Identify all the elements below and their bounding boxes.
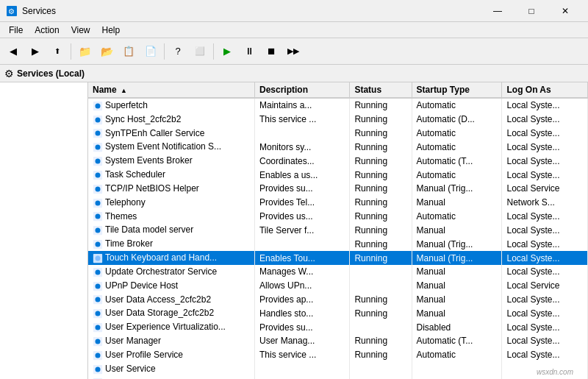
close-button[interactable]: ✕	[548, 0, 582, 22]
cell-name: TCP/IP NetBIOS Helper	[88, 182, 254, 196]
svg-point-39	[96, 353, 101, 358]
col-header-desc[interactable]: Description	[254, 82, 349, 98]
table-row[interactable]: Update Orchestrator ServiceManages W...M…	[88, 265, 588, 279]
services-scroll[interactable]: Name ▲ Description Status Startup Type L…	[88, 82, 588, 379]
menu-file[interactable]: File	[3, 24, 29, 37]
cell-logon: Local Syste...	[502, 127, 588, 141]
cell-desc	[254, 237, 349, 251]
col-header-logon[interactable]: Log On As	[502, 82, 588, 98]
cell-name: Task Scheduler	[88, 168, 254, 182]
window-title: Services	[22, 6, 481, 16]
toolbar-folder[interactable]: 📁	[74, 41, 95, 62]
table-row[interactable]: System Event Notification S...Monitors s…	[88, 140, 588, 154]
cell-startup: Manual	[412, 376, 502, 379]
table-row[interactable]: SynTPEnh Caller ServiceRunningAutomaticL…	[88, 127, 588, 141]
toolbar-up[interactable]: ⬆	[47, 41, 68, 62]
col-header-startup[interactable]: Startup Type	[412, 82, 502, 98]
cell-desc: Provides su...	[254, 320, 349, 334]
cell-status	[350, 279, 412, 293]
maximize-button[interactable]: □	[514, 0, 548, 22]
cell-status: Running	[350, 127, 412, 141]
toolbar-forward[interactable]: ▶	[25, 41, 46, 62]
toolbar-copy[interactable]: 📋	[118, 41, 139, 62]
table-row[interactable]: Tile Data model serverTile Server f...Ru…	[88, 223, 588, 237]
table-row[interactable]: Touch Keyboard and Hand...Enables Tou...…	[88, 251, 588, 265]
svg-point-37	[96, 339, 101, 344]
cell-status	[350, 265, 412, 279]
cell-name: SynTPEnh Caller Service	[88, 127, 254, 141]
cell-name: User Data Access_2cfc2b2	[88, 293, 254, 307]
table-row[interactable]: ThemesProvides us...RunningAutomaticLoca…	[88, 210, 588, 224]
cell-name: User Experience Virtualizatio...	[88, 320, 254, 334]
minimize-button[interactable]: —	[481, 0, 514, 22]
table-row[interactable]: System Events BrokerCoordinates...Runnin…	[88, 154, 588, 168]
cell-desc: This service ...	[254, 348, 349, 362]
cell-status: Running	[350, 154, 412, 168]
toolbar-back[interactable]: ◀	[3, 41, 24, 62]
cell-logon: Local Syste...	[502, 140, 588, 154]
cell-status: Running	[350, 182, 412, 196]
svg-point-25	[96, 255, 101, 261]
cell-logon: Local Syste...	[502, 154, 588, 168]
cell-startup: Automatic	[412, 168, 502, 182]
toolbar-paste[interactable]: 📄	[140, 41, 161, 62]
cell-name: System Event Notification S...	[88, 140, 254, 154]
table-row[interactable]: TCP/IP NetBIOS HelperProvides su...Runni…	[88, 182, 588, 196]
table-row[interactable]: Task SchedulerEnables a us...RunningAuto…	[88, 168, 588, 182]
cell-startup: Disabled	[412, 320, 502, 334]
table-row[interactable]: User Profile ServiceThis service ...Runn…	[88, 348, 588, 362]
cell-name: Update Orchestrator Service	[88, 265, 254, 279]
cell-logon: Local Syste...	[502, 293, 588, 307]
toolbar-pause[interactable]: ⏸	[239, 41, 259, 62]
svg-point-29	[96, 283, 101, 288]
toolbar-play[interactable]: ▶	[217, 41, 237, 62]
cell-startup: Automatic	[412, 140, 502, 154]
cell-status: Running	[350, 168, 412, 182]
col-header-name[interactable]: Name ▲	[88, 82, 254, 98]
toolbar-export[interactable]: ⬜	[190, 41, 210, 62]
table-row[interactable]: Time BrokerRunningManual (Trig...Local S…	[88, 237, 588, 251]
toolbar-folder2[interactable]: 📂	[96, 41, 117, 62]
cell-desc: User Manag...	[254, 334, 349, 348]
cell-startup	[412, 362, 502, 376]
svg-point-17	[96, 200, 101, 205]
table-row[interactable]: User Experience Virtualizatio...Provides…	[88, 320, 588, 334]
toolbar-help[interactable]: ?	[168, 41, 188, 62]
col-header-status[interactable]: Status	[350, 82, 412, 98]
window-controls: — □ ✕	[481, 0, 582, 22]
address-bar: ⚙ Services (Local)	[0, 65, 588, 82]
title-bar: ⚙ Services — □ ✕	[0, 0, 588, 22]
toolbar-restart[interactable]: ▶▶	[283, 41, 304, 62]
svg-point-23	[96, 242, 101, 247]
table-row[interactable]: User Data Storage_2cfc2b2Handles sto...R…	[88, 306, 588, 320]
cell-logon: Local Syste...	[502, 98, 588, 113]
svg-point-41	[96, 366, 101, 372]
table-row[interactable]: UPnP Device HostAllows UPn...ManualLocal…	[88, 279, 588, 293]
svg-point-31	[96, 297, 101, 302]
table-row[interactable]: User ManagerUser Manag...RunningAutomati…	[88, 334, 588, 348]
toolbar-stop[interactable]: ⏹	[261, 41, 282, 62]
menu-help[interactable]: Help	[96, 24, 126, 37]
table-row[interactable]: User Data Access_2cfc2b2Provides ap...Ru…	[88, 293, 588, 307]
menu-view[interactable]: View	[65, 24, 96, 37]
cell-logon: Local Syste...	[502, 210, 588, 224]
table-row[interactable]: User Service	[88, 362, 588, 376]
cell-logon: Network S...	[502, 196, 588, 210]
menu-action[interactable]: Action	[29, 24, 65, 37]
cell-name: Touch Keyboard and Hand...	[88, 251, 254, 265]
svg-point-27	[96, 269, 101, 274]
table-row[interactable]: Sync Host_2cfc2b2This service ...Running…	[88, 113, 588, 127]
cell-startup: Automatic (D...	[412, 113, 502, 127]
table-row[interactable]: Virtual DiskProvides m...ManualLocal Sys…	[88, 376, 588, 379]
svg-point-13	[96, 172, 101, 177]
cell-name: Time Broker	[88, 237, 254, 251]
services-table: Name ▲ Description Status Startup Type L…	[88, 82, 588, 379]
cell-logon: Local Service	[502, 182, 588, 196]
table-row[interactable]: SuperfetchMaintains a...RunningAutomatic…	[88, 98, 588, 113]
table-row[interactable]: TelephonyProvides Tel...RunningManualNet…	[88, 196, 588, 210]
cell-desc: Handles sto...	[254, 306, 349, 320]
cell-desc: Provides Tel...	[254, 196, 349, 210]
toolbar-separator-3	[213, 43, 214, 60]
cell-logon: Local Syste...	[502, 168, 588, 182]
cell-status	[350, 320, 412, 334]
